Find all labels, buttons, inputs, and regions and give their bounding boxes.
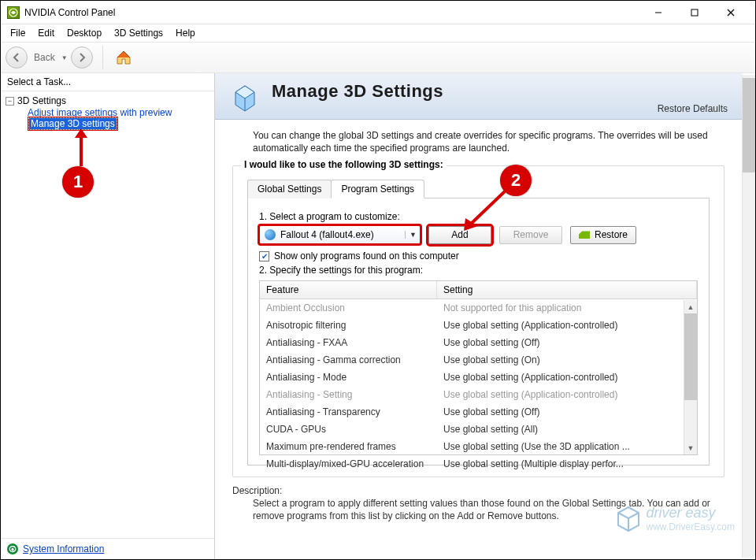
system-information-link[interactable]: ⦿ System Information [1, 538, 214, 559]
info-icon: ⦿ [7, 543, 18, 554]
restore-defaults-link[interactable]: Restore Defaults [658, 103, 728, 114]
maximize-button[interactable] [676, 1, 713, 24]
table-row[interactable]: Ambient OcclusionNot supported for this … [260, 299, 697, 317]
cell-setting: Use global setting (All) [437, 422, 697, 436]
table-row[interactable]: Antialiasing - SettingUse global setting… [260, 386, 697, 403]
globe-icon [265, 229, 276, 240]
show-only-found-label: Show only programs found on this compute… [274, 250, 459, 261]
nvidia-logo-icon [579, 231, 590, 239]
tab-program-settings[interactable]: Program Settings [331, 180, 424, 198]
table-row[interactable]: Maximum pre-rendered framesUse global se… [260, 438, 697, 455]
cell-feature: CUDA - GPUs [260, 422, 437, 436]
back-dropdown-icon[interactable]: ▼ [61, 54, 68, 61]
add-button[interactable]: Add [428, 226, 491, 244]
table-row[interactable]: Antialiasing - FXAAUse global setting (O… [260, 334, 697, 351]
cell-setting: Use global setting (Off) [437, 336, 697, 350]
menu-bar: File Edit Desktop 3D Settings Help [1, 24, 755, 42]
table-row[interactable]: CUDA - GPUsUse global setting (All) [260, 421, 697, 438]
back-button[interactable] [6, 46, 28, 69]
group-title: I would like to use the following 3D set… [241, 159, 447, 170]
menu-file[interactable]: File [4, 26, 32, 40]
menu-3d-settings[interactable]: 3D Settings [108, 26, 169, 40]
description-text: Select a program to apply different sett… [253, 498, 724, 522]
description-section: Description: Select a program to apply d… [232, 485, 724, 522]
window-title: NVIDIA Control Panel [24, 7, 115, 18]
step1-label: 1. Select a program to customize: [259, 211, 698, 222]
tab-global-settings[interactable]: Global Settings [247, 180, 332, 198]
scroll-down-icon[interactable]: ▼ [684, 441, 697, 454]
cell-setting: Not supported for this application [437, 301, 697, 315]
table-row[interactable]: Antialiasing - Gamma correctionUse globa… [260, 351, 697, 369]
page-header: Manage 3D Settings Restore Defaults [215, 73, 742, 120]
table-row[interactable]: Anisotropic filteringUse global setting … [260, 317, 697, 334]
table-row[interactable]: Multi-display/mixed-GPU accelerationUse … [260, 455, 697, 473]
step2-label: 2. Specify the settings for this program… [259, 265, 698, 276]
forward-button[interactable] [71, 46, 93, 69]
cell-feature: Antialiasing - Setting [260, 388, 437, 402]
cell-feature: Ambient Occlusion [260, 301, 437, 315]
chevron-down-icon[interactable]: ▼ [405, 231, 417, 239]
menu-desktop[interactable]: Desktop [61, 26, 108, 40]
home-button[interactable] [113, 46, 135, 69]
select-task-header: Select a Task... [1, 73, 214, 91]
cell-feature: Anisotropic filtering [260, 318, 437, 332]
content-pane: Manage 3D Settings Restore Defaults You … [215, 73, 755, 559]
cell-setting: Use global setting (Application-controll… [437, 370, 697, 384]
task-tree: − 3D Settings Adjust image settings with… [1, 91, 214, 538]
program-settings-panel: 1. Select a program to customize: Fallou… [247, 198, 710, 465]
table-scrollbar[interactable]: ▲ ▼ [684, 300, 697, 454]
table-row[interactable]: Antialiasing - TransparencyUse global se… [260, 403, 697, 421]
toolbar-separator [102, 46, 103, 69]
header-3d-icon [229, 81, 261, 113]
content-scrollbar[interactable] [742, 75, 755, 558]
cell-feature: Antialiasing - Mode [260, 370, 437, 384]
svg-rect-2 [691, 9, 698, 16]
cell-feature: Antialiasing - Gamma correction [260, 353, 437, 367]
col-setting[interactable]: Setting [437, 281, 697, 299]
menu-help[interactable]: Help [169, 26, 202, 40]
cell-setting: Use global setting (Application-controll… [437, 318, 697, 332]
task-sidebar: Select a Task... − 3D Settings Adjust im… [1, 73, 215, 559]
toolbar: Back ▼ [1, 42, 755, 73]
cell-setting: Use global setting (Off) [437, 405, 697, 419]
tree-item-manage-3d[interactable]: Manage 3D settings [28, 118, 209, 129]
close-button[interactable] [713, 1, 749, 24]
settings-table: Feature Setting Ambient OcclusionNot sup… [259, 280, 698, 455]
restore-button[interactable]: Restore [570, 226, 636, 244]
program-select-combobox[interactable]: Fallout 4 (fallout4.exe) ▼ [259, 225, 421, 244]
collapse-icon[interactable]: − [6, 97, 14, 106]
cell-feature: Antialiasing - FXAA [260, 336, 437, 350]
description-label: Description: [232, 485, 724, 496]
remove-button[interactable]: Remove [499, 226, 562, 244]
nvidia-icon [7, 6, 20, 19]
title-bar: NVIDIA Control Panel [1, 1, 755, 24]
settings-group: I would like to use the following 3D set… [232, 165, 724, 477]
show-only-found-checkbox[interactable]: ✔ [259, 251, 269, 261]
settings-tabs: Global Settings Program Settings [247, 179, 710, 198]
cell-feature: Antialiasing - Transparency [260, 405, 437, 419]
page-intro: You can change the global 3D settings an… [215, 120, 742, 161]
menu-edit[interactable]: Edit [32, 26, 61, 40]
minimize-button[interactable] [640, 1, 676, 24]
cell-feature: Multi-display/mixed-GPU acceleration [260, 457, 437, 471]
cell-setting: Use global setting (Use the 3D applicati… [437, 439, 697, 454]
scroll-thumb[interactable] [684, 313, 697, 400]
tree-root-3d-settings[interactable]: − 3D Settings [6, 95, 209, 107]
cell-setting: Use global setting (On) [437, 353, 697, 367]
cell-setting: Use global setting (Application-controll… [437, 388, 697, 402]
cell-setting: Use global setting (Multiple display per… [437, 457, 697, 471]
back-label: Back [34, 52, 55, 63]
page-title: Manage 3D Settings [272, 81, 443, 102]
col-feature[interactable]: Feature [260, 281, 437, 299]
table-row[interactable]: Antialiasing - ModeUse global setting (A… [260, 369, 697, 386]
cell-feature: Maximum pre-rendered frames [260, 439, 437, 454]
scroll-up-icon[interactable]: ▲ [684, 300, 697, 313]
